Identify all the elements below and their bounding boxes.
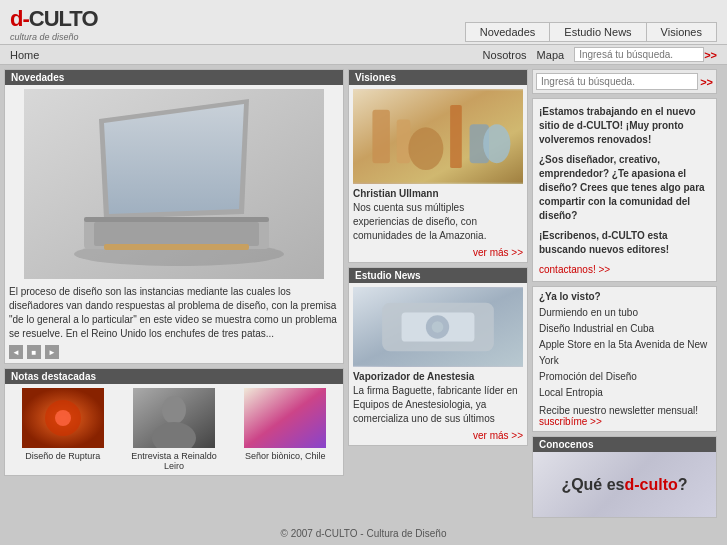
nota-senor-img (244, 388, 326, 448)
estudio-news-svg (353, 287, 523, 367)
nav-top: Novedades Estudio News Visiones (465, 22, 717, 42)
novedades-controls: ◄ ■ ► (9, 345, 339, 359)
estudio-news-box: Estudio News (348, 267, 528, 446)
search-area: >> (574, 47, 717, 62)
nav-novedades[interactable]: Novedades (466, 23, 551, 41)
nota-senor-caption: Señor biònico, Chile (232, 451, 339, 461)
logo[interactable]: d-CULTO (10, 6, 98, 32)
mapa-link[interactable]: Mapa (537, 49, 565, 61)
notas-header: Notas destacadas (5, 369, 343, 384)
novedades-header: Novedades (5, 70, 343, 85)
svg-rect-6 (84, 217, 269, 222)
svg-marker-5 (104, 104, 244, 214)
control-next[interactable]: ► (45, 345, 59, 359)
newsletter-text: Recibe nuestro newsletter mensual! suscr… (539, 405, 710, 427)
svg-rect-17 (397, 120, 411, 164)
announcements-box: ¡Estamos trabajando en el nuevo sitio de… (532, 98, 717, 282)
middle-column: Visiones (348, 69, 528, 518)
search-button[interactable]: >> (704, 49, 717, 61)
estudio-news-title: Vaporizador de Anestesia (353, 371, 523, 382)
novedades-image (24, 89, 324, 279)
right-search-button[interactable]: >> (700, 76, 713, 88)
svg-point-21 (483, 124, 510, 163)
conocenos-content[interactable]: ¿Qué es d-culto? (533, 452, 716, 517)
novedades-text: El proceso de diseño son las instancias … (9, 285, 339, 341)
estudio-news-text: La firma Baguette, fabricante líder en E… (353, 384, 523, 426)
visiones-image (353, 89, 523, 184)
control-stop[interactable]: ■ (27, 345, 41, 359)
logo-main: CULTO (29, 6, 98, 31)
svg-point-18 (408, 127, 443, 170)
announce-2: ¿Sos diseñador, creativo, emprendedor? ¿… (539, 153, 710, 223)
footer: © 2007 d-CULTO - Cultura de Diseño (0, 522, 727, 545)
search-input[interactable] (574, 47, 704, 62)
left-column: Novedades (4, 69, 344, 518)
svg-point-10 (55, 410, 71, 426)
control-prev[interactable]: ◄ (9, 345, 23, 359)
estudio-news-ver-mas[interactable]: ver más >> (353, 430, 523, 441)
svg-point-12 (162, 396, 186, 424)
laptop-svg (24, 89, 324, 279)
ya-lo-visto-box: ¿Ya lo visto? Durmiendo en un tubo Diseñ… (532, 286, 717, 432)
right-search-box: >> (532, 69, 717, 94)
svg-rect-14 (244, 388, 326, 448)
contactanos-link[interactable]: contactanos! >> (539, 264, 610, 275)
ya-item-5[interactable]: Local Entropia (539, 385, 710, 401)
tagline: cultura de diseño (10, 32, 98, 42)
nosotros-link[interactable]: Nosotros (483, 49, 527, 61)
conocenos-box: Conocenos ¿Qué es d-culto? (532, 436, 717, 518)
conocenos-header: Conocenos (533, 437, 716, 452)
ya-item-3[interactable]: Apple Store en la 5ta Avenida de New Yor… (539, 337, 710, 369)
visiones-ver-mas[interactable]: ver más >> (353, 247, 523, 258)
novedades-box: Novedades (4, 69, 344, 364)
logo-prefix: d- (10, 6, 29, 31)
novedades-content: El proceso de diseño son las instancias … (5, 85, 343, 363)
nota-reinaldo-caption: Entrevista a Reinaldo Leiro (120, 451, 227, 471)
nota-ruptura-caption: Diseño de Ruptura (9, 451, 116, 461)
newsletter-label: Recibe nuestro newsletter mensual! (539, 405, 698, 416)
nav-visiones[interactable]: Visiones (647, 23, 716, 41)
notas-content: Diseño de Ruptura Entrevista a Reinaldo … (5, 384, 343, 475)
breadcrumb[interactable]: Home (10, 49, 39, 61)
footer-text: © 2007 d-CULTO - Cultura de Diseño (281, 528, 447, 539)
right-nav: Nosotros Mapa >> (483, 47, 717, 62)
nota-reinaldo[interactable]: Entrevista a Reinaldo Leiro (120, 388, 227, 471)
nota-ruptura-img (22, 388, 104, 448)
header: d-CULTO cultura de diseño Novedades Estu… (0, 0, 727, 45)
notas-box: Notas destacadas Diseño de Ruptura (4, 368, 344, 476)
visiones-box: Visiones (348, 69, 528, 263)
nota-senor[interactable]: Señor biònico, Chile (232, 388, 339, 471)
right-column: >> ¡Estamos trabajando en el nuevo sitio… (532, 69, 717, 518)
nav-estudio-news[interactable]: Estudio News (550, 23, 646, 41)
estudio-news-header: Estudio News (349, 268, 527, 283)
svg-rect-16 (372, 110, 389, 163)
ya-item-2[interactable]: Diseño Industrial en Cuba (539, 321, 710, 337)
visiones-text: Nos cuenta sus múltiples experiencias de… (353, 201, 523, 243)
svg-rect-3 (94, 222, 259, 246)
suscribeme-link[interactable]: suscribíme >> (539, 416, 602, 427)
main-content: Novedades (0, 65, 727, 522)
right-search-input[interactable] (536, 73, 698, 90)
announce-1: ¡Estamos trabajando en el nuevo sitio de… (539, 105, 710, 147)
visiones-person: Christian Ullmann (353, 188, 523, 199)
estudio-news-image (353, 287, 523, 367)
visiones-svg (353, 89, 523, 184)
secondary-nav: Home Nosotros Mapa >> (0, 45, 727, 65)
nota-reinaldo-img (133, 388, 215, 448)
visiones-content: Christian Ullmann Nos cuenta sus múltipl… (349, 85, 527, 262)
estudio-news-content: Vaporizador de Anestesia La firma Baguet… (349, 283, 527, 445)
announce-3: ¡Escribenos, d-CULTO esta buscando nuevo… (539, 229, 710, 257)
nota-ruptura[interactable]: Diseño de Ruptura (9, 388, 116, 471)
ya-item-4[interactable]: Promoción del Diseño (539, 369, 710, 385)
ya-lo-visto-title: ¿Ya lo visto? (539, 291, 710, 302)
svg-rect-19 (450, 105, 462, 168)
visiones-header: Visiones (349, 70, 527, 85)
svg-rect-7 (104, 244, 249, 250)
ya-item-1[interactable]: Durmiendo en un tubo (539, 305, 710, 321)
svg-point-26 (432, 321, 444, 333)
logo-area: d-CULTO cultura de diseño (10, 6, 98, 42)
